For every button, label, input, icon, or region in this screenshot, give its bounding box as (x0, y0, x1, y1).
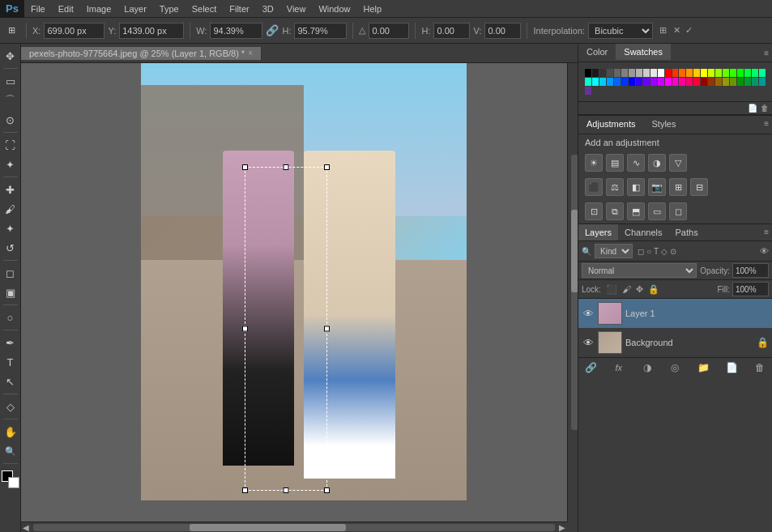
layer-filter-adj[interactable]: ○ (646, 247, 651, 256)
adj-selective-color[interactable]: ◻ (669, 202, 687, 220)
swatch[interactable] (643, 69, 650, 77)
swatch[interactable] (629, 78, 635, 86)
adj-photo-filter[interactable]: 📷 (648, 178, 666, 196)
hand-tool[interactable]: ✋ (2, 423, 19, 440)
tab-swatches[interactable]: Swatches (616, 44, 671, 62)
lock-position-icon[interactable]: ✥ (636, 284, 643, 295)
layer-filter-pixel[interactable]: ◻ (638, 247, 644, 256)
swatch[interactable] (730, 69, 736, 77)
scroll-left-btn[interactable]: ◀ (23, 523, 29, 532)
swatch[interactable] (672, 69, 679, 77)
x-input[interactable] (44, 23, 104, 39)
gradient-tool[interactable]: ▣ (2, 283, 19, 301)
swatch[interactable] (730, 78, 736, 86)
confirm-transform-icon[interactable]: ✓ (685, 25, 693, 36)
document-tab[interactable]: pexels-photo-9775664.jpeg @ 25% (Layer 1… (21, 47, 262, 60)
brush-tool[interactable]: 🖌 (2, 200, 19, 218)
swatch[interactable] (636, 78, 642, 86)
layer-filter-shape[interactable]: ◇ (661, 247, 668, 256)
link-icon[interactable]: 🔗 (266, 24, 279, 36)
swatch[interactable] (643, 78, 650, 86)
background-color[interactable] (8, 477, 19, 488)
swatch[interactable] (752, 78, 758, 86)
swatch[interactable] (665, 78, 672, 86)
tab-channels[interactable]: Channels (618, 224, 668, 240)
fill-input[interactable] (732, 282, 769, 296)
swatch[interactable] (737, 69, 744, 77)
adj-posterize[interactable]: ⧉ (606, 202, 624, 220)
swatch[interactable] (715, 69, 722, 77)
layer-item-layer1[interactable]: 👁 Layer 1 (578, 299, 772, 328)
swatch[interactable] (672, 78, 679, 86)
swatch[interactable] (679, 78, 685, 86)
layers-group-icon[interactable]: 📁 (696, 360, 710, 375)
swatch[interactable] (708, 78, 714, 86)
swatch[interactable] (686, 69, 693, 77)
swatch[interactable] (658, 78, 664, 86)
adj-hsl[interactable]: ⬛ (585, 178, 603, 196)
adj-panel-menu[interactable]: ≡ (761, 116, 772, 134)
shape-tool[interactable]: ◇ (2, 398, 19, 415)
swatch[interactable] (715, 78, 722, 86)
layer-filter-smart[interactable]: ⊙ (670, 247, 676, 256)
opacity-input[interactable] (732, 263, 769, 278)
v-scroll-thumb[interactable] (571, 210, 578, 292)
zoom-tool[interactable]: 🔍 (2, 442, 19, 460)
crop-tool[interactable]: ⛶ (2, 136, 19, 154)
skew-v-input[interactable] (484, 23, 521, 39)
swatch[interactable] (693, 78, 700, 86)
horizontal-scrollbar[interactable]: ◀ ▶ (21, 521, 567, 532)
swatch[interactable] (614, 78, 621, 86)
h-input[interactable] (294, 23, 347, 39)
menu-edit[interactable]: Edit (52, 2, 80, 15)
panel-menu-icon[interactable]: ≡ (764, 49, 769, 57)
layer-visibility-toggle[interactable]: 👁 (760, 246, 769, 256)
swatch[interactable] (636, 69, 642, 77)
dodge-tool[interactable]: ○ (2, 309, 19, 326)
tab-adjustments[interactable]: Adjustments (578, 116, 644, 134)
adj-threshold[interactable]: ⬒ (627, 202, 645, 220)
adj-gradient-map[interactable]: ▭ (648, 202, 666, 220)
menu-window[interactable]: Window (312, 2, 356, 15)
swatch[interactable] (701, 69, 707, 77)
healing-tool[interactable]: ✚ (2, 181, 19, 198)
layers-fx-icon[interactable]: fx (612, 360, 626, 375)
menu-file[interactable]: File (24, 2, 52, 15)
tab-paths[interactable]: Paths (669, 224, 705, 240)
h-scroll-thumb[interactable] (190, 524, 346, 531)
tab-styles[interactable]: Styles (644, 116, 685, 134)
interpolation-select[interactable]: Bicubic (588, 23, 653, 39)
layers-mask-icon[interactable]: ◑ (640, 360, 655, 375)
swatch[interactable] (621, 69, 628, 77)
warp-icon[interactable]: ⊞ (659, 25, 667, 36)
layers-link-icon[interactable]: 🔗 (583, 360, 598, 375)
tab-close-button[interactable]: × (248, 49, 253, 57)
scroll-right-btn[interactable]: ▶ (559, 523, 565, 532)
adj-exposure[interactable]: ◑ (648, 154, 666, 172)
blend-mode-select[interactable]: Normal (582, 263, 697, 278)
marquee-tool[interactable]: ▭ (2, 72, 19, 90)
eraser-tool[interactable]: ◻ (2, 264, 19, 282)
swatch[interactable] (599, 69, 606, 77)
background-visibility[interactable]: 👁 (582, 336, 595, 349)
canvas-content[interactable]: ◀ ▶ (21, 63, 578, 532)
layers-adjustment-icon[interactable]: ◎ (668, 360, 682, 375)
layer-filter-text[interactable]: T (654, 247, 659, 256)
history-brush-tool[interactable]: ↺ (2, 239, 19, 257)
swatch[interactable] (759, 69, 766, 77)
swatch[interactable] (744, 69, 751, 77)
swatch[interactable] (686, 78, 693, 86)
swatch[interactable] (752, 69, 758, 77)
quick-select-tool[interactable]: ⊙ (2, 111, 19, 129)
layers-panel-menu[interactable]: ≡ (761, 224, 772, 240)
y-input[interactable] (119, 23, 184, 39)
tab-color[interactable]: Color (578, 44, 616, 62)
clone-tool[interactable]: ✦ (2, 219, 19, 237)
menu-view[interactable]: View (280, 2, 313, 15)
swatch[interactable] (658, 69, 664, 77)
swatch[interactable] (759, 78, 766, 86)
adj-color-balance[interactable]: ⚖ (606, 178, 624, 196)
swatch[interactable] (607, 78, 613, 86)
layer1-visibility[interactable]: 👁 (582, 307, 595, 320)
vertical-scrollbar[interactable] (567, 63, 578, 521)
